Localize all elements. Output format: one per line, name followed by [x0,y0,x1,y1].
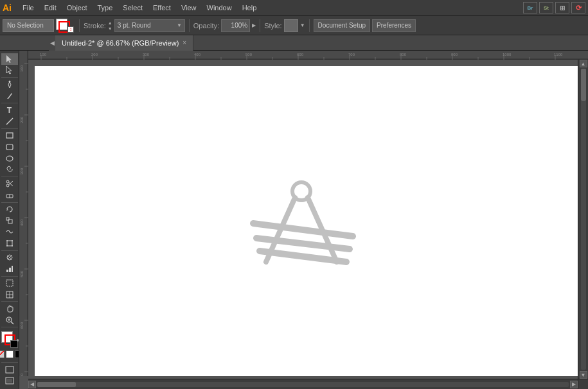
menu-edit[interactable]: Edit [40,3,61,13]
svg-text:700: 700 [20,373,24,376]
color-area: ⇄ [0,329,19,361]
tool-separator-3 [1,128,18,129]
scroll-track-h[interactable] [37,382,569,387]
tool-separator-8 [1,301,18,302]
svg-rect-35 [7,379,12,383]
opacity-input[interactable] [221,19,250,32]
rectangle-tool[interactable] [1,130,18,142]
sync-icon[interactable]: ⟳ [571,2,585,13]
scroll-thumb-v[interactable] [581,69,586,101]
preferences-button[interactable]: Preferences [372,19,416,32]
scale-tool[interactable] [1,215,18,227]
artboard-tool[interactable] [1,277,18,289]
svg-rect-5 [6,144,13,150]
slice-tool[interactable] [1,289,18,300]
free-transform-tool[interactable] [1,238,18,249]
ruler-vertical: 100 200 300 400 500 600 700 [19,51,28,376]
svg-point-6 [6,156,13,161]
scroll-up-button[interactable]: ▲ [580,60,587,67]
hand-tool[interactable] [1,303,18,315]
svg-text:200: 200 [20,116,24,123]
menu-select[interactable]: Select [118,3,147,13]
svg-text:300: 300 [20,168,24,175]
scroll-thumb-h[interactable] [37,382,76,387]
opacity-expand[interactable]: ▶ [252,22,256,28]
stroke-spinner[interactable]: ▲ ▼ [108,20,112,31]
vertical-scrollbar[interactable]: ▲ ▼ [578,60,588,379]
workspace-icon[interactable]: ⊞ [555,2,569,13]
svg-text:500: 500 [245,53,253,56]
tool-separator-6 [1,250,18,251]
symbol-tool[interactable] [1,252,18,263]
svg-marker-1 [6,66,12,74]
pen-tool[interactable] [1,79,18,91]
menu-window[interactable]: Window [202,3,236,13]
pencil-tool[interactable] [1,90,18,101]
style-dropdown-arrow[interactable]: ▼ [300,22,305,28]
change-screen-mode[interactable] [1,364,18,376]
document-setup-button[interactable]: Document Setup [314,19,371,32]
svg-rect-22 [6,270,8,272]
scroll-down-button[interactable]: ▼ [580,371,587,379]
svg-text:400: 400 [194,53,201,56]
horizontal-scrollbar[interactable]: ◀ ▶ [28,379,578,389]
none-swatch[interactable] [0,350,4,358]
menu-file[interactable]: File [18,3,39,13]
selection-tool[interactable] [1,53,18,65]
style-label: Style: [264,22,282,30]
tool-separator-10 [1,362,18,363]
rounded-rect-tool[interactable] [1,141,18,153]
menu-help[interactable]: Help [238,3,262,13]
menu-type[interactable]: Type [93,3,118,13]
tools-panel: T [0,51,19,389]
svg-rect-16 [7,241,12,246]
line-tool[interactable] [1,116,18,127]
tool-separator-9 [1,327,18,327]
scroll-track-v[interactable] [581,69,586,370]
bridge-icon[interactable]: Br [523,2,537,13]
white-swatch[interactable] [6,350,13,358]
canvas-background[interactable] [28,60,588,376]
svg-line-3 [6,118,13,125]
selection-indicator: No Selection [3,19,54,32]
style-swatch[interactable] [284,19,298,32]
stock-icon[interactable]: St [539,2,553,13]
svg-rect-4 [6,133,13,138]
scroll-left-button[interactable]: ◀ [28,381,36,388]
ellipse-tool[interactable] [1,153,18,164]
artboard[interactable] [35,66,588,376]
tab-close-button[interactable]: × [183,39,186,46]
direct-selection-tool[interactable] [1,65,18,76]
menu-object[interactable]: Object [62,3,92,13]
svg-rect-25 [6,280,13,286]
scissors-tool[interactable] [1,178,18,190]
eraser-tool[interactable] [1,189,18,201]
menu-view[interactable]: View [177,3,201,13]
panel-collapse-button[interactable]: ◀ [49,35,55,51]
svg-text:600: 600 [20,322,24,329]
separator-2 [189,19,190,32]
tool-separator-1 [1,77,18,78]
graph-tool[interactable] [1,263,18,275]
document-tab[interactable]: Untitled-2* @ 66.67% (RGB/Preview) × [55,35,193,51]
svg-marker-13 [6,209,8,211]
stroke-dropdown[interactable]: 3 pt. Round ▼ [114,19,185,32]
scroll-right-button[interactable]: ▶ [570,381,578,388]
fill-stroke-colors[interactable]: ⇄ [1,331,18,348]
scrollbar-corner [578,379,588,389]
type-tool[interactable]: T [1,105,18,116]
warp-tool[interactable] [1,227,18,238]
black-swatch[interactable] [15,350,20,358]
svg-text:700: 700 [348,53,355,56]
fill-stroke-swatch[interactable]: ↕ [56,19,75,33]
main-area: T [0,51,588,389]
tab-title: Untitled-2* @ 66.67% (RGB/Preview) [62,39,179,47]
zoom-tool[interactable] [1,315,18,326]
rotate-tool[interactable] [1,203,18,215]
svg-text:300: 300 [143,53,150,56]
stroke-label: Stroke: [84,22,106,30]
menu-effect[interactable]: Effect [148,3,175,13]
canvas-area: 100 200 300 400 500 600 700 [19,51,588,389]
change-view-mode[interactable] [1,375,18,386]
spiral-tool[interactable] [1,164,18,175]
